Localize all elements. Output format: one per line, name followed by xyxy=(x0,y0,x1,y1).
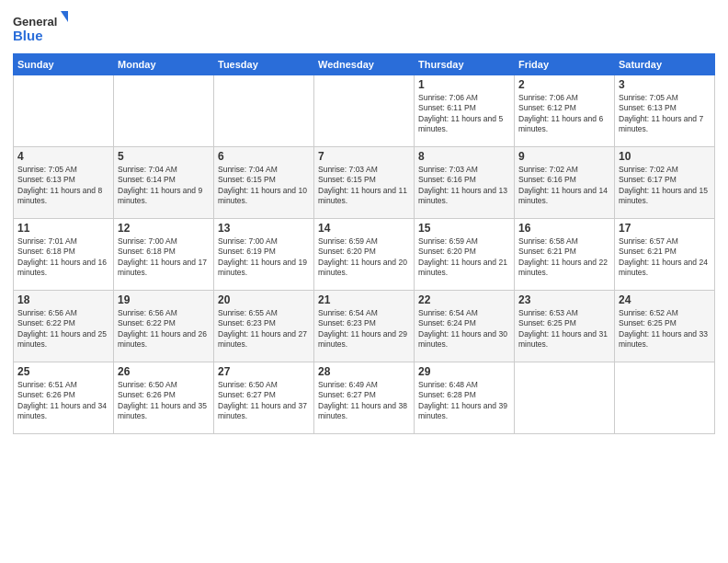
day-number: 24 xyxy=(619,293,711,306)
week-row-2: 4Sunrise: 7:05 AM Sunset: 6:13 PM Daylig… xyxy=(14,147,715,219)
table-cell: 21Sunrise: 6:54 AM Sunset: 6:23 PM Dayli… xyxy=(314,291,415,362)
table-cell: 15Sunrise: 6:59 AM Sunset: 6:20 PM Dayli… xyxy=(415,219,515,291)
day-number: 18 xyxy=(17,293,109,306)
day-info: Sunrise: 6:59 AM Sunset: 6:20 PM Dayligh… xyxy=(418,236,510,279)
day-number: 9 xyxy=(518,150,610,163)
day-number: 29 xyxy=(418,365,510,378)
day-info: Sunrise: 6:56 AM Sunset: 6:22 PM Dayligh… xyxy=(17,308,109,350)
day-info: Sunrise: 7:02 AM Sunset: 6:17 PM Dayligh… xyxy=(619,165,711,207)
day-number: 11 xyxy=(17,222,109,235)
header-thursday: Thursday xyxy=(415,54,515,75)
day-info: Sunrise: 6:51 AM Sunset: 6:26 PM Dayligh… xyxy=(17,380,109,422)
day-info: Sunrise: 6:54 AM Sunset: 6:24 PM Dayligh… xyxy=(418,308,510,350)
header-friday: Friday xyxy=(515,54,615,75)
svg-text:General: General xyxy=(13,15,57,29)
day-number: 26 xyxy=(118,365,210,378)
svg-marker-2 xyxy=(61,11,68,22)
header-saturday: Saturday xyxy=(615,54,715,75)
table-cell: 23Sunrise: 6:53 AM Sunset: 6:25 PM Dayli… xyxy=(515,291,615,362)
calendar-header-row: SundayMondayTuesdayWednesdayThursdayFrid… xyxy=(14,54,715,75)
day-number: 22 xyxy=(418,293,510,306)
header-tuesday: Tuesday xyxy=(214,54,314,75)
day-number: 16 xyxy=(518,222,610,235)
table-cell: 8Sunrise: 7:03 AM Sunset: 6:16 PM Daylig… xyxy=(415,147,515,219)
day-info: Sunrise: 7:02 AM Sunset: 6:16 PM Dayligh… xyxy=(518,165,610,207)
week-row-3: 11Sunrise: 7:01 AM Sunset: 6:18 PM Dayli… xyxy=(14,219,715,291)
table-cell xyxy=(314,75,415,147)
day-info: Sunrise: 6:55 AM Sunset: 6:23 PM Dayligh… xyxy=(218,308,310,350)
day-info: Sunrise: 7:06 AM Sunset: 6:12 PM Dayligh… xyxy=(518,93,610,135)
day-info: Sunrise: 6:58 AM Sunset: 6:21 PM Dayligh… xyxy=(518,236,610,279)
day-info: Sunrise: 7:05 AM Sunset: 6:13 PM Dayligh… xyxy=(619,93,711,135)
day-number: 3 xyxy=(619,78,711,91)
week-row-1: 1Sunrise: 7:06 AM Sunset: 6:11 PM Daylig… xyxy=(14,75,715,147)
header-monday: Monday xyxy=(114,54,214,75)
day-number: 7 xyxy=(318,150,410,163)
table-cell xyxy=(14,75,114,147)
table-cell: 3Sunrise: 7:05 AM Sunset: 6:13 PM Daylig… xyxy=(615,75,715,147)
day-info: Sunrise: 7:03 AM Sunset: 6:16 PM Dayligh… xyxy=(418,165,510,207)
day-number: 13 xyxy=(218,222,310,235)
table-cell: 24Sunrise: 6:52 AM Sunset: 6:25 PM Dayli… xyxy=(615,291,715,362)
day-info: Sunrise: 7:03 AM Sunset: 6:15 PM Dayligh… xyxy=(318,165,410,207)
day-info: Sunrise: 6:48 AM Sunset: 6:28 PM Dayligh… xyxy=(418,380,510,422)
day-number: 14 xyxy=(318,222,410,235)
day-number: 17 xyxy=(619,222,711,235)
day-number: 2 xyxy=(518,78,610,91)
day-number: 5 xyxy=(118,150,210,163)
day-number: 6 xyxy=(218,150,310,163)
logo: General Blue xyxy=(13,9,68,46)
table-cell: 13Sunrise: 7:00 AM Sunset: 6:19 PM Dayli… xyxy=(214,219,314,291)
table-cell: 26Sunrise: 6:50 AM Sunset: 6:26 PM Dayli… xyxy=(114,362,214,434)
logo-svg: General Blue xyxy=(13,9,68,46)
day-number: 25 xyxy=(17,365,109,378)
day-info: Sunrise: 6:59 AM Sunset: 6:20 PM Dayligh… xyxy=(318,236,410,279)
week-row-5: 25Sunrise: 6:51 AM Sunset: 6:26 PM Dayli… xyxy=(14,362,715,434)
table-cell: 10Sunrise: 7:02 AM Sunset: 6:17 PM Dayli… xyxy=(615,147,715,219)
day-info: Sunrise: 7:00 AM Sunset: 6:19 PM Dayligh… xyxy=(218,236,310,279)
day-info: Sunrise: 6:49 AM Sunset: 6:27 PM Dayligh… xyxy=(318,380,410,422)
table-cell: 2Sunrise: 7:06 AM Sunset: 6:12 PM Daylig… xyxy=(515,75,615,147)
table-cell: 29Sunrise: 6:48 AM Sunset: 6:28 PM Dayli… xyxy=(415,362,515,434)
table-cell: 17Sunrise: 6:57 AM Sunset: 6:21 PM Dayli… xyxy=(615,219,715,291)
day-number: 8 xyxy=(418,150,510,163)
table-cell: 20Sunrise: 6:55 AM Sunset: 6:23 PM Dayli… xyxy=(214,291,314,362)
header: General Blue xyxy=(13,9,715,46)
table-cell: 5Sunrise: 7:04 AM Sunset: 6:14 PM Daylig… xyxy=(114,147,214,219)
table-cell: 14Sunrise: 6:59 AM Sunset: 6:20 PM Dayli… xyxy=(314,219,415,291)
day-info: Sunrise: 7:06 AM Sunset: 6:11 PM Dayligh… xyxy=(418,93,510,135)
svg-text:Blue: Blue xyxy=(13,28,43,43)
table-cell xyxy=(515,362,615,434)
header-wednesday: Wednesday xyxy=(314,54,415,75)
day-info: Sunrise: 7:04 AM Sunset: 6:15 PM Dayligh… xyxy=(218,165,310,207)
day-info: Sunrise: 6:56 AM Sunset: 6:22 PM Dayligh… xyxy=(118,308,210,350)
day-info: Sunrise: 6:57 AM Sunset: 6:21 PM Dayligh… xyxy=(619,236,711,279)
table-cell: 12Sunrise: 7:00 AM Sunset: 6:18 PM Dayli… xyxy=(114,219,214,291)
day-info: Sunrise: 6:53 AM Sunset: 6:25 PM Dayligh… xyxy=(518,308,610,350)
day-info: Sunrise: 6:50 AM Sunset: 6:26 PM Dayligh… xyxy=(118,380,210,422)
table-cell: 27Sunrise: 6:50 AM Sunset: 6:27 PM Dayli… xyxy=(214,362,314,434)
day-info: Sunrise: 7:05 AM Sunset: 6:13 PM Dayligh… xyxy=(17,165,109,207)
day-number: 1 xyxy=(418,78,510,91)
table-cell xyxy=(615,362,715,434)
day-info: Sunrise: 7:04 AM Sunset: 6:14 PM Dayligh… xyxy=(118,165,210,207)
day-number: 10 xyxy=(619,150,711,163)
day-info: Sunrise: 6:52 AM Sunset: 6:25 PM Dayligh… xyxy=(619,308,711,350)
day-info: Sunrise: 7:00 AM Sunset: 6:18 PM Dayligh… xyxy=(118,236,210,279)
day-number: 19 xyxy=(118,293,210,306)
day-info: Sunrise: 6:50 AM Sunset: 6:27 PM Dayligh… xyxy=(218,380,310,422)
table-cell: 16Sunrise: 6:58 AM Sunset: 6:21 PM Dayli… xyxy=(515,219,615,291)
day-number: 21 xyxy=(318,293,410,306)
day-number: 15 xyxy=(418,222,510,235)
day-number: 28 xyxy=(318,365,410,378)
table-cell: 18Sunrise: 6:56 AM Sunset: 6:22 PM Dayli… xyxy=(14,291,114,362)
table-cell: 25Sunrise: 6:51 AM Sunset: 6:26 PM Dayli… xyxy=(14,362,114,434)
day-number: 4 xyxy=(17,150,109,163)
table-cell: 7Sunrise: 7:03 AM Sunset: 6:15 PM Daylig… xyxy=(314,147,415,219)
table-cell: 19Sunrise: 6:56 AM Sunset: 6:22 PM Dayli… xyxy=(114,291,214,362)
table-cell xyxy=(114,75,214,147)
table-cell: 11Sunrise: 7:01 AM Sunset: 6:18 PM Dayli… xyxy=(14,219,114,291)
table-cell: 4Sunrise: 7:05 AM Sunset: 6:13 PM Daylig… xyxy=(14,147,114,219)
table-cell: 28Sunrise: 6:49 AM Sunset: 6:27 PM Dayli… xyxy=(314,362,415,434)
table-cell xyxy=(214,75,314,147)
